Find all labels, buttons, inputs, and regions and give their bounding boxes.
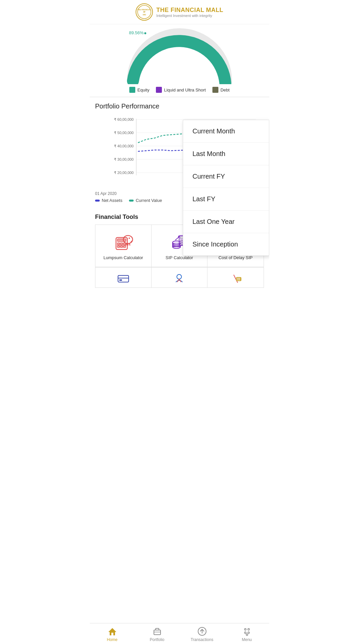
net-assets-legend: Net Assets xyxy=(95,198,122,203)
gauge-percent-label: 89.56% xyxy=(129,30,146,35)
svg-text:₹ 40,00,000: ₹ 40,00,000 xyxy=(114,144,134,148)
portfolio-section: Portfolio Performance ₹ 60,00,000 ₹ 50,0… xyxy=(90,97,269,208)
current-value-color xyxy=(129,200,134,202)
current-value-legend: Current Value xyxy=(129,198,162,203)
svg-rect-41 xyxy=(180,242,182,243)
dropdown-item-last-one-year[interactable]: Last One Year xyxy=(183,211,269,233)
svg-point-58 xyxy=(177,274,181,279)
app-subtitle: Intelligent Investment with integrity xyxy=(156,14,223,18)
tool-6[interactable] xyxy=(207,267,264,287)
gauge-chart: 89.56% xyxy=(123,24,236,84)
app-title: THE FINANCIAL MALL xyxy=(156,7,223,14)
portfolio-title: Portfolio Performance xyxy=(95,102,159,110)
dropdown-item-last-month[interactable]: Last Month xyxy=(183,143,269,165)
period-dropdown[interactable]: Current Month Last Month Current FY Last… xyxy=(183,120,269,256)
legend-debt: Debt xyxy=(212,87,229,93)
svg-rect-16 xyxy=(117,239,126,242)
lumpsum-icon: ₹ xyxy=(113,231,134,252)
svg-text:M: M xyxy=(143,11,145,13)
tool5-icon xyxy=(173,273,186,283)
svg-rect-55 xyxy=(118,275,129,282)
equity-color xyxy=(129,87,135,93)
legend-liquid: Liquid and Ultra Short xyxy=(156,87,206,93)
app-header: THE FINANCIAL M 1992 THE FINANCIAL MALL … xyxy=(90,0,269,24)
svg-line-59 xyxy=(234,275,238,283)
svg-rect-21 xyxy=(120,245,123,247)
net-assets-color xyxy=(95,200,100,202)
logo-text: THE FINANCIAL MALL Intelligent Investmen… xyxy=(156,7,223,18)
svg-text:1992: 1992 xyxy=(143,14,146,16)
net-assets-label: Net Assets xyxy=(102,198,122,203)
legend-equity: Equity xyxy=(129,87,149,93)
current-value-label: Current Value xyxy=(136,198,162,203)
svg-text:₹ 20,00,000: ₹ 20,00,000 xyxy=(114,171,134,175)
portfolio-header: Portfolio Performance xyxy=(95,102,264,110)
debt-label: Debt xyxy=(220,87,229,92)
liquid-label: Liquid and Ultra Short xyxy=(164,87,206,92)
svg-rect-18 xyxy=(120,243,123,245)
equity-label: Equity xyxy=(137,87,149,92)
dropdown-item-current-fy[interactable]: Current FY xyxy=(183,165,269,188)
svg-text:₹ 30,00,000: ₹ 30,00,000 xyxy=(114,157,134,161)
svg-text:₹: ₹ xyxy=(126,238,128,241)
svg-rect-20 xyxy=(117,245,120,247)
svg-rect-22 xyxy=(123,245,126,247)
debt-color xyxy=(212,87,218,93)
lumpsum-calculator-tool[interactable]: ₹ Lumpsum Calculator xyxy=(95,225,152,267)
svg-text:₹ 50,00,000: ₹ 50,00,000 xyxy=(114,131,134,135)
tools-row2 xyxy=(95,267,264,288)
svg-rect-44 xyxy=(180,244,182,245)
svg-line-47 xyxy=(175,237,179,240)
gauge-section: 89.56% Equity Liquid and Ultra Short Deb… xyxy=(90,24,269,97)
svg-text:₹ 60,00,000: ₹ 60,00,000 xyxy=(114,117,134,121)
lumpsum-label: Lumpsum Calculator xyxy=(103,255,143,261)
dropdown-item-since-inception[interactable]: Since Inception xyxy=(183,233,269,255)
logo-icon: THE FINANCIAL M 1992 xyxy=(136,3,153,21)
gauge-legend: Equity Liquid and Ultra Short Debt xyxy=(129,87,229,93)
tool-5[interactable] xyxy=(152,267,208,287)
tool-4[interactable] xyxy=(95,267,152,287)
liquid-color xyxy=(156,87,162,93)
tool6-icon xyxy=(229,273,242,283)
svg-point-24 xyxy=(129,238,130,239)
svg-rect-57 xyxy=(119,279,122,281)
dropdown-item-current-month[interactable]: Current Month xyxy=(183,120,269,143)
tool4-icon xyxy=(117,273,130,283)
svg-rect-17 xyxy=(117,243,120,245)
dropdown-item-last-fy[interactable]: Last FY xyxy=(183,188,269,211)
svg-rect-38 xyxy=(180,240,182,241)
